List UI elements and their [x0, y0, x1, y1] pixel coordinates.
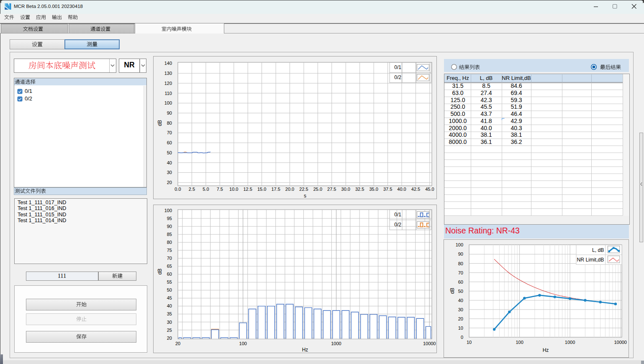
svg-text:10: 10 — [458, 326, 463, 331]
svg-text:70: 70 — [458, 270, 463, 275]
svg-text:100: 100 — [516, 340, 523, 345]
svg-text:20: 20 — [175, 341, 180, 346]
svg-text:1000: 1000 — [565, 340, 575, 345]
svg-text:50: 50 — [167, 150, 172, 155]
svg-text:110: 110 — [164, 91, 172, 96]
svg-text:10: 10 — [467, 340, 472, 345]
svg-text:7.5: 7.5 — [217, 187, 223, 192]
svg-text:27.5: 27.5 — [327, 187, 336, 192]
svg-text:L, dB: L, dB — [480, 75, 493, 81]
svg-text:80: 80 — [167, 120, 172, 126]
svg-text:Hz: Hz — [302, 347, 308, 353]
svg-text:30.0: 30.0 — [341, 187, 350, 192]
svg-text:0/2: 0/2 — [394, 222, 401, 228]
svg-text:5.0: 5.0 — [203, 187, 209, 192]
svg-text:59.3: 59.3 — [511, 97, 522, 103]
svg-text:60: 60 — [167, 272, 172, 277]
svg-text:25: 25 — [167, 328, 172, 333]
svg-text:dB: dB — [157, 120, 163, 126]
svg-text:8.5: 8.5 — [482, 82, 490, 89]
svg-text:37.5: 37.5 — [383, 187, 392, 192]
svg-text:51.9: 51.9 — [511, 103, 522, 110]
svg-text:45.0: 45.0 — [425, 187, 434, 192]
svg-text:30: 30 — [167, 320, 172, 325]
svg-text:42.9: 42.9 — [511, 118, 522, 124]
svg-text:43.7: 43.7 — [480, 110, 492, 117]
svg-text:8000.0: 8000.0 — [449, 138, 467, 145]
svg-text:46.4: 46.4 — [511, 110, 522, 117]
svg-text:45.5: 45.5 — [480, 103, 492, 110]
svg-text:63.0: 63.0 — [452, 90, 463, 96]
svg-text:Hz: Hz — [543, 347, 549, 353]
svg-text:60: 60 — [458, 279, 463, 285]
svg-text:40.0: 40.0 — [480, 125, 492, 131]
svg-text:22.5: 22.5 — [299, 187, 308, 192]
svg-text:20: 20 — [458, 316, 463, 321]
svg-text:140: 140 — [164, 61, 172, 66]
svg-text:35.0: 35.0 — [369, 187, 378, 192]
svg-text:80: 80 — [167, 240, 172, 245]
svg-text:27.4: 27.4 — [480, 90, 492, 96]
svg-text:0/1: 0/1 — [394, 212, 401, 218]
svg-text:60: 60 — [167, 140, 172, 145]
svg-text:20: 20 — [167, 180, 172, 185]
svg-text:25.0: 25.0 — [313, 187, 322, 192]
svg-text:Freq., Hz: Freq., Hz — [446, 75, 469, 81]
svg-text:32.5: 32.5 — [355, 187, 364, 192]
svg-text:84.6: 84.6 — [511, 82, 522, 89]
svg-text:69.4: 69.4 — [511, 90, 522, 96]
svg-text:40: 40 — [167, 160, 172, 165]
svg-text:L, dB: L, dB — [592, 247, 604, 253]
svg-text:250.0: 250.0 — [450, 103, 465, 110]
svg-text:40: 40 — [458, 298, 463, 303]
svg-text:35: 35 — [167, 311, 172, 316]
svg-text:75: 75 — [167, 248, 172, 253]
svg-text:NR Limit,dB: NR Limit,dB — [502, 75, 531, 81]
svg-text:90: 90 — [167, 110, 172, 115]
svg-text:55: 55 — [167, 279, 172, 285]
svg-text:10.0: 10.0 — [229, 187, 238, 192]
svg-text:15.0: 15.0 — [257, 187, 266, 192]
svg-text:120: 120 — [164, 81, 172, 86]
svg-text:dB: dB — [449, 288, 455, 294]
svg-text:65: 65 — [167, 264, 172, 269]
svg-text:0: 0 — [461, 335, 463, 340]
svg-text:10000: 10000 — [614, 340, 627, 345]
svg-text:90: 90 — [458, 251, 463, 256]
svg-text:0.0: 0.0 — [174, 187, 181, 192]
svg-text:38.1: 38.1 — [480, 131, 492, 138]
svg-text:500.0: 500.0 — [450, 110, 465, 117]
svg-text:40: 40 — [167, 303, 172, 308]
svg-text:36.2: 36.2 — [511, 138, 522, 145]
svg-text:100: 100 — [456, 242, 463, 247]
svg-text:31.5: 31.5 — [452, 82, 463, 89]
svg-text:125.0: 125.0 — [450, 97, 465, 103]
svg-text:100: 100 — [239, 341, 247, 346]
svg-text:36.1: 36.1 — [480, 138, 492, 145]
svg-text:2.5: 2.5 — [189, 187, 195, 192]
svg-text:20.0: 20.0 — [285, 187, 294, 192]
svg-text:42.5: 42.5 — [411, 187, 420, 192]
svg-text:0/2: 0/2 — [394, 74, 401, 80]
svg-text:0/1: 0/1 — [394, 64, 401, 70]
svg-text:20: 20 — [167, 336, 172, 341]
svg-text:1000.0: 1000.0 — [449, 118, 467, 124]
svg-text:40.0: 40.0 — [397, 187, 406, 192]
svg-text:40.3: 40.3 — [511, 125, 522, 131]
svg-text:41.8: 41.8 — [480, 118, 492, 124]
svg-text:42.3: 42.3 — [480, 97, 492, 103]
svg-text:50: 50 — [167, 287, 172, 292]
svg-text:90: 90 — [167, 224, 172, 229]
svg-text:38.1: 38.1 — [511, 131, 522, 138]
svg-text:70: 70 — [167, 256, 172, 261]
svg-text:100: 100 — [164, 208, 172, 213]
svg-text:12.5: 12.5 — [243, 187, 252, 192]
svg-text:10000: 10000 — [423, 341, 436, 346]
svg-text:1000: 1000 — [331, 341, 341, 346]
svg-text:30: 30 — [458, 307, 463, 312]
svg-text:dB: dB — [157, 269, 163, 275]
svg-text:30: 30 — [167, 170, 172, 175]
svg-text:85: 85 — [167, 232, 172, 237]
svg-text:NR Limit,dB: NR Limit,dB — [577, 257, 604, 263]
svg-text:4000.0: 4000.0 — [449, 131, 467, 138]
